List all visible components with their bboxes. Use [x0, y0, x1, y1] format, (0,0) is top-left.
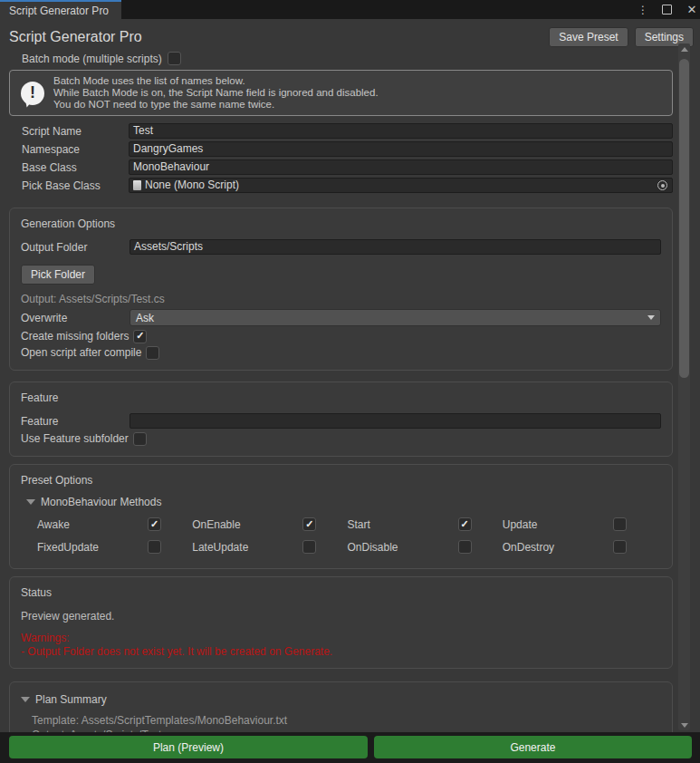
pick-base-class-label: Pick Base Class [22, 179, 129, 192]
header-row: Script Generator Pro Save Preset Setting… [0, 19, 700, 50]
scroll-up-arrow-icon[interactable] [678, 43, 690, 54]
script-name-row: Script Name Test [22, 123, 673, 139]
create-missing-folders-label: Create missing folders [21, 330, 129, 343]
generation-options-title: Generation Options [21, 217, 661, 230]
footer-bar: Plan (Preview) Generate [0, 732, 700, 763]
overwrite-label: Overwrite [21, 312, 129, 324]
base-class-row: Base Class MonoBehaviour [22, 159, 673, 175]
feature-input[interactable] [129, 413, 661, 429]
pick-base-class-value: None (Mono Script) [145, 179, 239, 192]
plan-preview-button[interactable]: Plan (Preview) [9, 736, 368, 758]
method-cell-start: Start [348, 517, 503, 531]
use-feature-subfolder-checkbox[interactable] [133, 432, 147, 446]
method-label: FixedUpdate [37, 541, 148, 554]
method-label: LateUpdate [192, 541, 302, 554]
plan-template-line: Template: Assets/ScriptTemplates/MonoBeh… [32, 713, 661, 728]
open-after-compile-label: Open script after compile [21, 346, 141, 359]
method-label: Update [503, 518, 613, 531]
foldout-arrow-icon [26, 499, 35, 505]
tab-title: Script Generator Pro [9, 5, 109, 17]
main-content: Script Generator Pro Save Preset Setting… [0, 19, 700, 732]
scrollbar-thumb[interactable] [679, 59, 689, 378]
overwrite-dropdown[interactable]: Ask [129, 309, 661, 326]
maximize-icon[interactable] [660, 3, 673, 17]
generation-options-box: Generation Options Output Folder Assets/… [9, 208, 673, 371]
feature-row: Feature [21, 413, 661, 429]
plan-summary-box: Plan Summary Template: Assets/ScriptTemp… [9, 681, 673, 732]
vertical-scrollbar[interactable] [678, 43, 690, 730]
save-preset-button[interactable]: Save Preset [549, 27, 628, 47]
overwrite-row: Overwrite Ask [21, 310, 661, 325]
close-icon[interactable]: ✕ [684, 3, 700, 17]
pick-base-class-row: Pick Base Class None (Mono Script) [22, 178, 673, 193]
help-line-2: While Batch Mode is on, the Script Name … [53, 87, 379, 99]
method-checkbox-awake[interactable] [148, 517, 161, 531]
tab-bar-spacer [121, 0, 637, 19]
object-picker-icon[interactable] [657, 180, 667, 190]
method-label: Awake [37, 518, 148, 531]
create-missing-folders-checkbox[interactable] [133, 330, 147, 343]
kebab-menu-icon[interactable]: ⋮ [637, 3, 649, 17]
script-name-label: Script Name [22, 125, 129, 138]
monobehaviour-methods-label: MonoBehaviour Methods [41, 496, 161, 508]
method-cell-onenable: OnEnable [192, 517, 347, 531]
method-label: Start [348, 518, 458, 531]
plan-summary-foldout[interactable]: Plan Summary [21, 693, 661, 706]
namespace-label: Namespace [22, 143, 129, 156]
pick-base-class-object-field[interactable]: None (Mono Script) [129, 178, 673, 193]
batch-mode-row: Batch mode (multiple scripts) [22, 51, 700, 66]
method-checkbox-onenable[interactable] [302, 517, 316, 531]
method-checkbox-start[interactable] [458, 517, 472, 531]
method-cell-ondestroy: OnDestroy [503, 540, 657, 554]
output-folder-input[interactable]: Assets/Scripts [129, 239, 661, 255]
tab-script-generator-pro[interactable]: Script Generator Pro [0, 0, 121, 19]
name-fields: Script Name Test Namespace DangryGames B… [22, 123, 673, 193]
use-feature-subfolder-row: Use Feature subfolder [21, 430, 661, 447]
open-after-compile-row: Open script after compile [21, 344, 661, 361]
status-box: Status Preview generated. Warnings: - Ou… [9, 576, 673, 669]
output-folder-label: Output Folder [21, 241, 129, 254]
preset-options-box: Preset Options MonoBehaviour Methods Awa… [9, 464, 673, 569]
pick-folder-button[interactable]: Pick Folder [21, 265, 95, 285]
feature-title: Feature [21, 391, 661, 404]
method-checkbox-fixedupdate[interactable] [148, 540, 161, 554]
use-feature-subfolder-label: Use Feature subfolder [21, 432, 129, 445]
method-checkbox-update[interactable] [613, 517, 627, 531]
method-cell-ondisable: OnDisable [348, 540, 503, 554]
namespace-row: Namespace DangryGames [22, 141, 673, 157]
base-class-label: Base Class [22, 161, 129, 174]
namespace-input[interactable]: DangryGames [129, 141, 673, 157]
batch-help-box: ! Batch Mode uses the list of names belo… [9, 70, 673, 116]
help-line-1: Batch Mode uses the list of names below. [53, 75, 379, 87]
method-checkbox-ondestroy[interactable] [613, 540, 627, 554]
base-class-input[interactable]: MonoBehaviour [129, 159, 673, 175]
batch-mode-checkbox[interactable] [168, 52, 181, 65]
methods-grid: Awake OnEnable Start Update FixedUpdate [37, 517, 657, 554]
method-cell-update: Update [503, 517, 657, 531]
script-name-input[interactable]: Test [129, 123, 673, 139]
status-title: Status [21, 586, 661, 599]
foldout-arrow-icon [21, 697, 30, 702]
editor-window: Script Generator Pro ⋮ ✕ Script Generato… [0, 0, 700, 763]
preset-options-title: Preset Options [21, 474, 661, 487]
overwrite-selected-value: Ask [136, 312, 154, 324]
generate-button[interactable]: Generate [374, 736, 692, 758]
monobehaviour-methods-foldout[interactable]: MonoBehaviour Methods [26, 496, 661, 508]
output-preview-text: Output: Assets/Scripts/Test.cs [21, 293, 661, 305]
method-cell-fixedupdate: FixedUpdate [37, 540, 192, 554]
feature-label: Feature [21, 415, 129, 428]
output-folder-row: Output Folder Assets/Scripts [21, 239, 661, 255]
plan-summary-title: Plan Summary [35, 693, 107, 706]
method-checkbox-ondisable[interactable] [458, 540, 472, 554]
scroll-down-arrow-icon[interactable] [678, 720, 690, 730]
window-controls: ⋮ ✕ [637, 0, 700, 19]
warning-item: - Output Folder does not exist yet. It w… [21, 645, 661, 659]
method-label: OnDestroy [503, 541, 613, 554]
method-label: OnDisable [348, 541, 458, 554]
open-after-compile-checkbox[interactable] [146, 346, 159, 360]
feature-box: Feature Feature Use Feature subfolder [9, 382, 673, 457]
warning-icon: ! [21, 82, 44, 105]
page-title: Script Generator Pro [9, 29, 142, 45]
method-cell-lateupdate: LateUpdate [192, 540, 347, 554]
method-checkbox-lateupdate[interactable] [302, 540, 316, 554]
